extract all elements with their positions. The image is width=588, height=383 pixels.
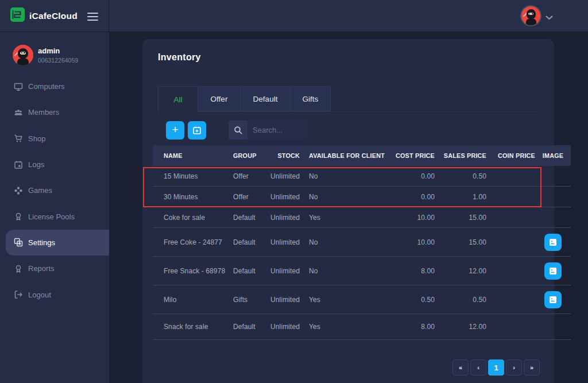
page-title: Inventory — [158, 52, 201, 63]
table-row[interactable]: Snack for saleDefaultUnlimitedYes8.0012.… — [153, 314, 571, 340]
table-row[interactable]: Coke for saleDefaultUnlimitedYes10.0015.… — [153, 207, 571, 228]
sidebar-item-label: Reports — [28, 264, 55, 273]
sidebar-item-label: Logout — [28, 291, 51, 299]
cell-sales-price: 15.00 — [435, 238, 486, 246]
shop-icon — [14, 134, 23, 144]
column-header-name: NAME — [153, 152, 233, 159]
cell-image — [535, 291, 571, 308]
cell-sales-price: 12.00 — [435, 267, 486, 275]
cell-group: Gifts — [233, 296, 268, 304]
cell-stock: Unlimited — [268, 323, 300, 331]
cell-stock: Unlimited — [268, 214, 300, 222]
cell-sales-price: 15.00 — [435, 214, 486, 222]
members-icon — [14, 107, 23, 117]
sidebar-item-computers[interactable]: Computers — [0, 73, 109, 99]
column-header-group: GROUP — [233, 152, 268, 159]
cell-cost-price: 10.00 — [386, 238, 435, 246]
tab-offer[interactable]: Offer — [198, 86, 241, 111]
cell-cost-price: 0.00 — [386, 193, 435, 201]
cell-name: 15 Minutes — [153, 172, 233, 180]
sidebar-item-settings[interactable]: Settings — [6, 230, 109, 256]
image-button[interactable] — [544, 234, 562, 251]
table-row[interactable]: MiloGiftsUnlimitedYes0.500.50 — [153, 285, 571, 314]
sidebar-item-license-pools[interactable]: License Pools — [0, 203, 109, 229]
cell-name: Free Snack - 68978 — [153, 267, 233, 275]
license-pools-icon — [14, 212, 23, 222]
page-1-button[interactable]: 1 — [488, 359, 504, 376]
sidebar-item-games[interactable]: Games — [0, 177, 109, 203]
sidebar-item-label: License Pools — [28, 212, 75, 221]
chevron-down-icon[interactable] — [546, 12, 553, 22]
cell-group: Default — [233, 267, 268, 275]
topbar-user-menu[interactable] — [521, 6, 553, 25]
cell-group: Offer — [233, 172, 268, 180]
settings-icon — [14, 238, 23, 247]
tab-default[interactable]: Default — [241, 86, 291, 111]
sidebar-item-label: Members — [28, 108, 59, 117]
cell-name: Coke for sale — [153, 214, 233, 222]
sidebar-menu: ComputersMembersShopLogsGamesLicense Poo… — [0, 73, 109, 308]
column-header-cost-price: COST PRICE — [386, 152, 435, 159]
add-item-button[interactable]: + — [166, 121, 184, 140]
table-header: NAMEGROUPSTOCKAVAILABLE FOR CLIENTCOST P… — [153, 145, 571, 166]
user-avatar[interactable] — [521, 6, 540, 25]
tab-all[interactable]: All — [158, 86, 198, 112]
logs-icon — [14, 160, 23, 169]
brand-logo-icon — [10, 7, 25, 25]
menu-toggle-icon[interactable] — [87, 13, 98, 22]
tabbar: AllOfferDefaultGifts — [158, 86, 540, 112]
cell-cost-price: 8.00 — [386, 267, 435, 275]
sidebar-item-shop[interactable]: Shop — [0, 126, 109, 152]
cell-cost-price: 0.00 — [386, 172, 435, 180]
tab-gifts[interactable]: Gifts — [291, 86, 331, 111]
cell-stock: Unlimited — [268, 238, 300, 246]
toolbar: + — [166, 121, 308, 140]
cell-available: No — [300, 193, 386, 201]
cell-stock: Unlimited — [268, 267, 300, 275]
first-page-button[interactable]: « — [452, 359, 469, 376]
cell-stock: Unlimited — [268, 296, 300, 304]
cell-sales-price: 0.50 — [435, 296, 486, 304]
last-page-button[interactable]: » — [524, 359, 540, 376]
sidebar-item-reports[interactable]: Reports — [0, 256, 109, 281]
search-box — [229, 121, 308, 140]
cell-available: Yes — [300, 214, 386, 222]
cell-image — [535, 262, 571, 280]
sidebar-user-id: 006312264059 — [38, 57, 78, 64]
table-row[interactable]: Free Coke - 24877DefaultUnlimitedNo10.00… — [153, 228, 571, 257]
table-row[interactable]: Free Snack - 68978DefaultUnlimitedNo8.00… — [153, 257, 571, 285]
column-header-image: IMAGE — [535, 152, 571, 159]
sidebar: admin 006312264059 ComputersMembersShopL… — [0, 32, 109, 383]
image-button[interactable] — [544, 262, 562, 280]
cell-sales-price: 1.00 — [435, 193, 486, 201]
cell-name: Milo — [153, 296, 233, 304]
computers-icon — [14, 82, 23, 91]
cell-stock: Unlimited — [268, 193, 300, 201]
sidebar-user: admin 006312264059 — [13, 45, 78, 65]
sidebar-item-label: Computers — [28, 82, 65, 91]
cell-available: No — [300, 172, 386, 180]
cell-available: Yes — [300, 296, 386, 304]
image-button[interactable] — [544, 291, 562, 308]
sidebar-item-members[interactable]: Members — [0, 99, 109, 125]
topbar: iCafeCloud — [0, 0, 588, 32]
cell-name: Snack for sale — [153, 323, 233, 331]
cell-stock: Unlimited — [268, 172, 300, 180]
table-row[interactable]: 30 MinutesOfferUnlimitedNo0.001.00 — [153, 187, 571, 207]
cell-cost-price: 8.00 — [386, 323, 435, 331]
column-header-sales-price: SALES PRICE — [435, 152, 486, 159]
sidebar-item-label: Shop — [28, 134, 45, 143]
brand-name: iCafeCloud — [29, 11, 78, 21]
add-offer-button[interactable] — [188, 121, 206, 140]
sidebar-item-logs[interactable]: Logs — [0, 152, 109, 177]
games-icon — [14, 185, 23, 195]
search-input[interactable] — [247, 121, 308, 140]
cell-group: Offer — [233, 193, 268, 201]
sidebar-item-logout[interactable]: Logout — [0, 281, 109, 307]
cell-available: No — [300, 267, 386, 275]
prev-page-button[interactable]: ‹ — [470, 359, 486, 376]
search-icon — [229, 121, 247, 140]
next-page-button[interactable]: › — [506, 359, 522, 376]
sidebar-avatar — [13, 45, 33, 65]
table-row[interactable]: 15 MinutesOfferUnlimitedNo0.000.50 — [153, 166, 571, 187]
